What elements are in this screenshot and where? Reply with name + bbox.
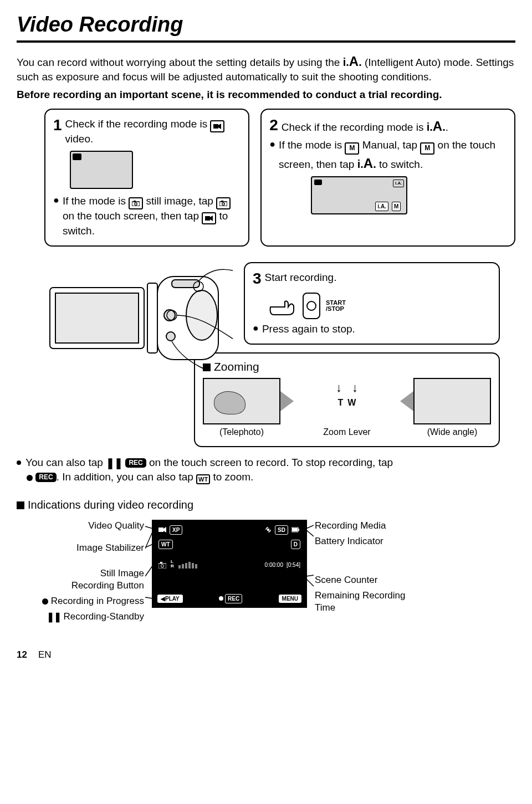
step-2-bullet-a: If the mode is (279, 139, 345, 151)
rec-pill-icon: REC (125, 458, 146, 468)
telephoto-thumbnail (203, 378, 280, 424)
ia-icon: i.A. (343, 57, 362, 68)
still-image-icon (129, 197, 143, 209)
svg-line-34 (306, 525, 314, 529)
indications-left-labels: Video Quality Image Stabilizer Still Ima… (17, 520, 144, 627)
svg-line-29 (145, 526, 153, 529)
xp-chip: XP (170, 525, 182, 535)
pause-icon: ❚❚ (106, 457, 122, 470)
record-dot-icon (27, 475, 33, 481)
step-2-text-b: . (446, 121, 448, 133)
telephoto-caption: (Telephoto) (203, 427, 280, 438)
down-arrow-icon: ↓ (352, 380, 358, 396)
wide-thumbnail (413, 378, 491, 424)
indications-right-labels: Recording Media Battery Indicator Scene … (315, 520, 515, 617)
label-remaining-time: Remaining RecordingTime (315, 590, 515, 614)
intro-text-a: You can record without worrying about th… (17, 57, 343, 68)
zoom-w-label: W (347, 397, 356, 409)
step-3-text: Start recording. (265, 269, 337, 285)
page-lang: EN (38, 649, 52, 661)
svg-rect-6 (221, 201, 223, 202)
step-1-bullet-c: on the touch screen, then tap (63, 210, 202, 222)
touchscreen-preview-1 (70, 151, 133, 189)
manual-button[interactable]: M (392, 202, 401, 211)
play-button[interactable]: ◀PLAY (157, 595, 183, 603)
indications-heading: Indications during video recording (17, 498, 515, 512)
label-still-image-button: Still ImageRecording Button (17, 567, 144, 592)
lcd-screen: XP SD WT D LR 0:00:00 [0:54] (152, 520, 307, 608)
svg-point-17 (166, 332, 175, 341)
svg-point-14 (186, 290, 217, 340)
svg-line-32 (145, 565, 153, 576)
label-scene-counter: Scene Counter (315, 574, 515, 586)
note-c: . In addition, you can also tap (57, 471, 196, 483)
wt-chip[interactable]: WT (158, 540, 173, 549)
svg-rect-24 (298, 529, 299, 531)
svg-line-30 (145, 531, 153, 549)
down-arrow-icon: ↓ (336, 380, 342, 396)
svg-point-16 (164, 310, 175, 321)
intro-caution: Before recording an important scene, it … (17, 88, 515, 102)
audio-level-icon (178, 562, 197, 569)
wt-zoom-icon: WT (196, 474, 210, 484)
remaining-time: [0:54] (287, 561, 300, 569)
ia-button[interactable]: i.A. (375, 202, 388, 211)
step-2-box: 2 Check if the recording mode is i.A.. ●… (260, 109, 515, 247)
step-3-number: 3 (253, 269, 262, 289)
page-title: Video Recording (17, 11, 515, 43)
svg-rect-26 (158, 564, 166, 569)
ia-icon: i.A. (357, 158, 376, 170)
svg-line-31 (145, 544, 153, 547)
label-battery-indicator: Battery Indicator (315, 535, 515, 547)
bullet-icon: ● (253, 322, 259, 335)
camera-icon[interactable] (158, 562, 166, 569)
svg-rect-11 (55, 293, 139, 343)
stop-label: /STOP (326, 306, 346, 312)
record-dot-icon (42, 598, 48, 605)
page-number: 12 (17, 649, 27, 661)
step-3-box: 3 Start recording. START /STOP ● Press a… (244, 262, 500, 345)
svg-line-37 (306, 578, 314, 586)
video-mode-icon (158, 527, 166, 532)
label-video-quality: Video Quality (17, 520, 144, 532)
zoom-t-label: T (338, 397, 344, 409)
label-image-stabilizer: Image Stabilizer (17, 542, 144, 554)
svg-marker-9 (210, 216, 213, 221)
note-b: on the touch screen to record. To stop r… (149, 457, 393, 468)
step-3-bullet: Press again to stop. (262, 322, 355, 336)
indications-title-text: Indications during video recording (28, 499, 193, 511)
svg-rect-27 (160, 562, 162, 564)
svg-rect-8 (205, 216, 210, 221)
svg-line-35 (306, 530, 314, 536)
svg-rect-0 (213, 124, 218, 129)
hand-press-icon (269, 295, 297, 317)
still-image-icon (216, 197, 231, 209)
label-recording-standby: Recording-Standby (63, 611, 144, 622)
ia-icon: i.A. (427, 121, 446, 133)
menu-button[interactable]: MENU (279, 595, 301, 603)
bullet-icon (17, 460, 21, 465)
zoom-box: Zooming ↓ ↓ T W (194, 352, 500, 447)
video-mode-icon (202, 212, 216, 224)
rec-button[interactable]: REC (225, 594, 242, 603)
svg-rect-3 (134, 201, 136, 202)
svg-rect-20 (158, 528, 163, 532)
step-1-bullet-a: If the mode is (63, 195, 129, 207)
svg-rect-12 (147, 283, 157, 353)
zoom-lever-caption: Zoom Lever (286, 427, 408, 438)
stabilizer-icon (265, 526, 272, 533)
step-1-text-a: Check if the recording mode is (65, 118, 211, 130)
svg-point-4 (135, 202, 137, 204)
manual-mode-icon: M (345, 142, 359, 155)
step-2-bullet-b: Manual, tap (359, 139, 420, 151)
step-2-bullet-d: to switch. (376, 158, 423, 170)
manual-mode-icon: M (420, 142, 434, 155)
pause-icon: ❚❚ (47, 611, 61, 623)
note-d: to zoom. (213, 471, 253, 483)
svg-marker-21 (163, 527, 166, 532)
page-footer: 12 EN (17, 649, 515, 661)
step-1-text-b: video. (65, 133, 94, 145)
wide-caption: (Wide angle) (413, 427, 491, 438)
step-1-bullet-b: still image, tap (143, 195, 216, 207)
start-stop-button[interactable] (303, 293, 320, 319)
